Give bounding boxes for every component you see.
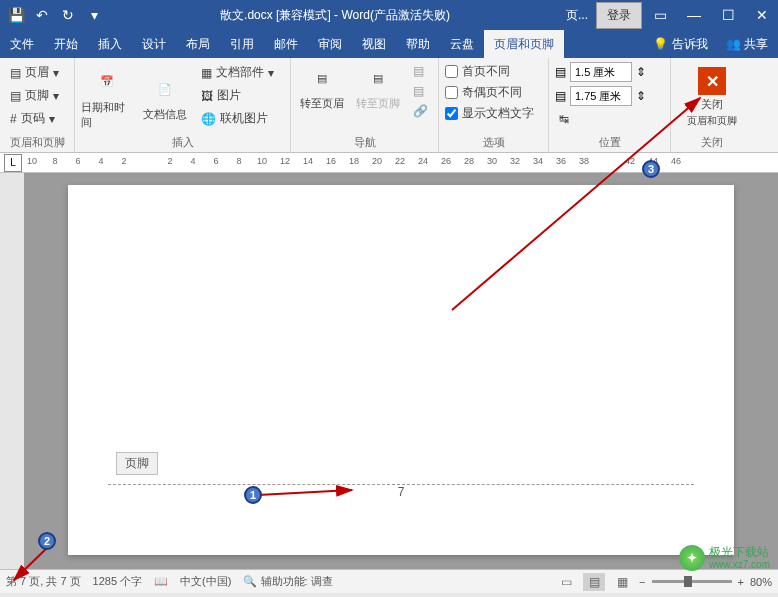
quick-access-toolbar: 💾 ↶ ↻ ▾ xyxy=(0,3,110,27)
nav-next-icon: ▤ xyxy=(409,82,432,100)
online-picture-icon: 🌐 xyxy=(201,112,216,126)
vertical-ruler[interactable] xyxy=(0,173,24,569)
ribbon-display-icon[interactable]: ▭ xyxy=(644,1,676,29)
watermark-url: www.xz7.com xyxy=(709,559,770,570)
status-accessibility[interactable]: 🔍 辅助功能: 调查 xyxy=(243,574,332,589)
header-button[interactable]: ▤页眉▾ xyxy=(6,62,63,83)
picture-icon: 🖼 xyxy=(201,89,213,103)
footer-page-number[interactable]: 7 xyxy=(398,485,405,499)
maximize-icon[interactable]: ☐ xyxy=(712,1,744,29)
docinfo-button[interactable]: 📄文档信息 xyxy=(139,62,191,133)
show-doc-text-checkbox[interactable]: 显示文档文字 xyxy=(445,104,534,123)
save-icon[interactable]: 💾 xyxy=(4,3,28,27)
share-icon: 👥 xyxy=(726,37,741,51)
footer-label-tag: 页脚 xyxy=(116,452,158,475)
nav-link-icon: 🔗 xyxy=(409,102,432,120)
horizontal-ruler[interactable]: 1086422468101214161820222426283032343638… xyxy=(26,154,778,172)
menu-insert[interactable]: 插入 xyxy=(88,30,132,59)
view-web-icon[interactable]: ▦ xyxy=(611,573,633,591)
login-button[interactable]: 登录 xyxy=(596,2,642,29)
pagenum-icon: # xyxy=(10,112,17,126)
header-distance-icon: ▤ xyxy=(555,65,566,79)
watermark: ✦ 极光下载站 www.xz7.com xyxy=(679,545,770,571)
parts-icon: ▦ xyxy=(201,66,212,80)
menu-layout[interactable]: 布局 xyxy=(176,30,220,59)
watermark-logo-icon: ✦ xyxy=(679,545,705,571)
view-print-icon[interactable]: ▤ xyxy=(583,573,605,591)
ruler-area: L 10864224681012141618202224262830323436… xyxy=(0,153,778,173)
close-window-icon[interactable]: ✕ xyxy=(746,1,778,29)
view-read-icon[interactable]: ▭ xyxy=(555,573,577,591)
zoom-slider[interactable] xyxy=(652,580,732,583)
annotation-badge-1: 1 xyxy=(244,486,262,504)
pagenum-button[interactable]: #页码▾ xyxy=(6,108,63,129)
status-language[interactable]: 中文(中国) xyxy=(180,574,231,589)
undo-icon[interactable]: ↶ xyxy=(30,3,54,27)
online-picture-button[interactable]: 🌐联机图片 xyxy=(197,108,278,129)
annotation-badge-2: 2 xyxy=(38,532,56,550)
minimize-icon[interactable]: ― xyxy=(678,1,710,29)
ribbon: ▤页眉▾ ▤页脚▾ #页码▾ 页眉和页脚 📅日期和时间 📄文档信息 ▦文档部件▾… xyxy=(0,58,778,153)
menu-help[interactable]: 帮助 xyxy=(396,30,440,59)
qat-more-icon[interactable]: ▾ xyxy=(82,3,106,27)
first-page-different-checkbox[interactable]: 首页不同 xyxy=(445,62,534,81)
date-time-button[interactable]: 📅日期和时间 xyxy=(81,62,133,133)
goto-footer-icon: ▤ xyxy=(362,62,394,94)
header-icon: ▤ xyxy=(10,66,21,80)
menu-home[interactable]: 开始 xyxy=(44,30,88,59)
menu-mailings[interactable]: 邮件 xyxy=(264,30,308,59)
goto-header-button[interactable]: ▤转至页眉 xyxy=(297,62,347,111)
footer-distance-input[interactable] xyxy=(570,86,632,106)
group-label-nav: 导航 xyxy=(297,133,432,152)
picture-button[interactable]: 🖼图片 xyxy=(197,85,278,106)
context-tab-indicator: 页... xyxy=(560,5,594,26)
tell-me[interactable]: 💡 告诉我 xyxy=(645,36,716,53)
page[interactable]: 页脚 7 xyxy=(68,185,734,555)
spinner-icon[interactable]: ⇕ xyxy=(636,65,646,79)
calendar-icon: 📅 xyxy=(91,66,123,98)
footer-button[interactable]: ▤页脚▾ xyxy=(6,85,63,106)
goto-footer-button: ▤转至页脚 xyxy=(353,62,403,111)
share-button[interactable]: 👥 共享 xyxy=(716,30,778,59)
parts-button[interactable]: ▦文档部件▾ xyxy=(197,62,278,83)
menu-view[interactable]: 视图 xyxy=(352,30,396,59)
menu-cloud[interactable]: 云盘 xyxy=(440,30,484,59)
annotation-badge-3: 3 xyxy=(642,160,660,178)
redo-icon[interactable]: ↻ xyxy=(56,3,80,27)
group-label-headerfooter: 页眉和页脚 xyxy=(6,133,68,152)
footer-icon: ▤ xyxy=(10,89,21,103)
header-distance-input[interactable] xyxy=(570,62,632,82)
menu-file[interactable]: 文件 xyxy=(0,30,44,59)
document-area: 页脚 7 xyxy=(0,173,778,569)
menu-design[interactable]: 设计 xyxy=(132,30,176,59)
statusbar: 第 7 页, 共 7 页 1285 个字 📖 中文(中国) 🔍 辅助功能: 调查… xyxy=(0,569,778,593)
lightbulb-icon: 💡 xyxy=(653,37,668,51)
odd-even-different-checkbox[interactable]: 奇偶页不同 xyxy=(445,83,534,102)
close-x-icon: ✕ xyxy=(698,67,726,95)
zoom-level[interactable]: 80% xyxy=(750,576,772,588)
titlebar: 💾 ↶ ↻ ▾ 散文.docx [兼容模式] - Word(产品激活失败) 页.… xyxy=(0,0,778,30)
zoom-in-icon[interactable]: + xyxy=(738,576,744,588)
watermark-title: 极光下载站 xyxy=(709,546,770,559)
group-label-position: 位置 xyxy=(555,133,664,152)
menu-references[interactable]: 引用 xyxy=(220,30,264,59)
goto-header-icon: ▤ xyxy=(306,62,338,94)
nav-prev-icon: ▤ xyxy=(409,62,432,80)
status-spell-icon[interactable]: 📖 xyxy=(154,575,168,588)
tab-selector[interactable]: L xyxy=(4,154,22,172)
window-title: 散文.docx [兼容模式] - Word(产品激活失败) xyxy=(110,7,560,24)
menu-review[interactable]: 审阅 xyxy=(308,30,352,59)
footer-distance-icon: ▤ xyxy=(555,89,566,103)
zoom-out-icon[interactable]: − xyxy=(639,576,645,588)
spinner-icon[interactable]: ⇕ xyxy=(636,89,646,103)
status-page[interactable]: 第 7 页, 共 7 页 xyxy=(6,574,81,589)
group-label-insert: 插入 xyxy=(81,133,284,152)
status-words[interactable]: 1285 个字 xyxy=(93,574,143,589)
menubar: 文件 开始 插入 设计 布局 引用 邮件 审阅 视图 帮助 云盘 页眉和页脚 💡… xyxy=(0,30,778,58)
docinfo-icon: 📄 xyxy=(149,73,181,105)
group-label-options: 选项 xyxy=(445,133,542,152)
insert-alignment-tab-icon[interactable]: ↹ xyxy=(555,110,646,128)
group-label-close: 关闭 xyxy=(677,133,747,152)
close-header-footer-button[interactable]: ✕ 关闭 页眉和页脚 xyxy=(686,62,738,133)
menu-header-footer[interactable]: 页眉和页脚 xyxy=(484,30,564,59)
